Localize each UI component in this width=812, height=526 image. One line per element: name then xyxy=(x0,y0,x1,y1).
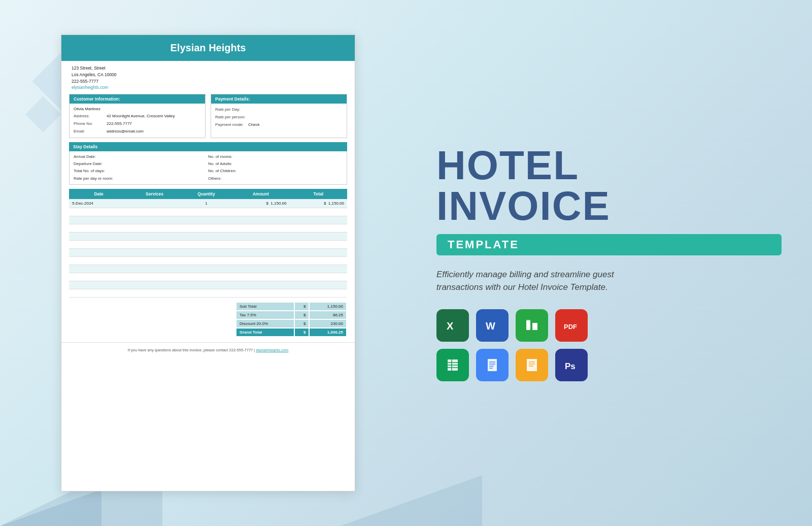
cell-quantity xyxy=(181,208,232,216)
cell-amount xyxy=(232,289,289,298)
cell-total xyxy=(290,224,348,233)
cell-total xyxy=(290,241,348,249)
cell-services xyxy=(128,257,180,265)
cell-date xyxy=(69,257,128,265)
numbers-icon[interactable] xyxy=(516,309,548,342)
tax-row: Tax 7.5% $ 86.25 xyxy=(236,311,346,319)
cell-amount xyxy=(232,265,289,273)
cell-total xyxy=(290,281,348,289)
cell-amount xyxy=(232,249,289,257)
cell-total: $ 1,150.00 xyxy=(290,199,348,208)
table-row xyxy=(69,265,347,273)
pdf-icon[interactable]: PDF xyxy=(555,309,588,342)
table-row: 5-Dec-2024 1 $ 1,150.00 $ 1,150.00 xyxy=(69,199,347,208)
customer-phone-line: Phone No: 222-555-7777 xyxy=(70,120,205,127)
cell-services xyxy=(128,216,180,224)
cell-date xyxy=(69,273,128,281)
gsheets-icon[interactable] xyxy=(436,349,469,381)
cell-services xyxy=(128,208,180,216)
col-services: Services xyxy=(128,189,180,199)
tax-label: Tax 7.5% xyxy=(236,311,294,319)
col-date: Date xyxy=(69,189,128,199)
col-total: Total xyxy=(290,189,348,199)
cell-services xyxy=(128,281,180,289)
cell-quantity: 1 xyxy=(181,199,232,208)
table-row xyxy=(69,289,347,298)
address-value: 42 Moonlight Avenue, Crescent Valley xyxy=(107,113,175,119)
svg-rect-7 xyxy=(526,320,530,321)
svg-rect-4 xyxy=(522,316,542,335)
cell-quantity xyxy=(181,224,232,233)
footer-link[interactable]: elysianheights.com xyxy=(256,348,288,352)
grand-total-row: Grand Total $ 1,006.25 xyxy=(236,328,346,336)
table-row xyxy=(69,233,347,241)
customer-section-title: Customer Information: xyxy=(70,94,205,104)
cell-quantity xyxy=(181,257,232,265)
cell-total xyxy=(290,249,348,257)
email-value: address@email.com xyxy=(107,128,144,134)
payment-mode-value: Check xyxy=(248,122,260,127)
cell-date xyxy=(69,289,128,298)
hotel-address: 123 Street, Street Los Angeles, CA 10000… xyxy=(61,61,355,94)
rate-per-person-line: Rate per person: xyxy=(211,113,347,121)
app-icons-grid: X W PDF xyxy=(436,309,782,381)
word-icon[interactable]: W xyxy=(476,309,509,342)
cell-services xyxy=(128,199,180,208)
table-section: Date Services Quantity Amount Total 5-De… xyxy=(61,189,355,302)
subtotal-label: Sub Total xyxy=(236,303,294,310)
discount-row: Discount 20.0% $ 230.00 xyxy=(236,320,346,327)
svg-rect-23 xyxy=(527,359,537,371)
subtotal-value: 1,150.00 xyxy=(310,303,346,310)
address-label: Address: xyxy=(74,113,107,119)
rate-per-person-label: Rate per person: xyxy=(215,114,248,120)
invoice-document: Elysian Heights 123 Street, Street Los A… xyxy=(61,35,355,491)
cell-date xyxy=(69,208,128,216)
cell-date xyxy=(69,281,128,289)
payment-section-title: Payment Details: xyxy=(211,94,347,104)
stay-section-title: Stay Details xyxy=(69,142,347,151)
cell-total xyxy=(290,273,348,281)
cell-amount xyxy=(232,281,289,289)
rate-per-day-label: Rate per Day: xyxy=(215,107,248,112)
rate-per-day-line: Rate per Day: xyxy=(211,106,347,113)
customer-email-line: Email: address@email.com xyxy=(70,127,205,135)
table-row xyxy=(69,216,347,224)
table-row xyxy=(69,249,347,257)
info-row: Customer Information: Olivia Martinez Ad… xyxy=(61,94,355,142)
excel-icon[interactable]: X xyxy=(436,309,469,342)
cell-amount xyxy=(232,224,289,233)
cell-services xyxy=(128,233,180,241)
phone-label: Phone No: xyxy=(74,121,107,126)
address-line2: Los Angeles, CA 10000 xyxy=(72,72,345,78)
pages-icon[interactable] xyxy=(516,349,548,381)
others-line: Others: xyxy=(208,175,343,182)
invoice-panel: Elysian Heights 123 Street, Street Los A… xyxy=(0,0,416,526)
cell-services xyxy=(128,265,180,273)
customer-info-body: Olivia Martinez Address: 42 Moonlight Av… xyxy=(70,104,205,138)
email-label: Email: xyxy=(74,128,107,134)
hotel-website[interactable]: elysianheights.com xyxy=(72,85,108,90)
cell-services xyxy=(128,249,180,257)
cell-amount xyxy=(232,216,289,224)
template-badge: TEMPLATE xyxy=(436,234,782,255)
cell-amount xyxy=(232,208,289,216)
ps-icon[interactable]: Ps xyxy=(555,349,588,381)
table-row xyxy=(69,208,347,216)
stay-grid: Arrival Date: Departure Date: Total No. … xyxy=(70,151,347,185)
hotel-title: HOTEL xyxy=(436,145,782,186)
svg-text:Ps: Ps xyxy=(565,361,576,371)
gdocs-icon[interactable] xyxy=(476,349,509,381)
svg-text:PDF: PDF xyxy=(564,323,577,331)
svg-text:X: X xyxy=(447,320,454,332)
cell-quantity xyxy=(181,289,232,298)
rooms-line: No. of rooms: xyxy=(208,153,343,160)
right-panel: HOTEL INVOICE TEMPLATE Efficiently manag… xyxy=(416,0,812,526)
departure-line: Departure Date: xyxy=(74,160,208,168)
table-row xyxy=(69,273,347,281)
cell-date xyxy=(69,216,128,224)
payment-mode-line: Payment mode: Check xyxy=(211,121,347,128)
total-days-line: Total No. of days: xyxy=(74,168,208,175)
col-amount: Amount xyxy=(232,189,289,199)
payment-mode-label: Payment mode: xyxy=(215,122,248,127)
cell-quantity xyxy=(181,265,232,273)
